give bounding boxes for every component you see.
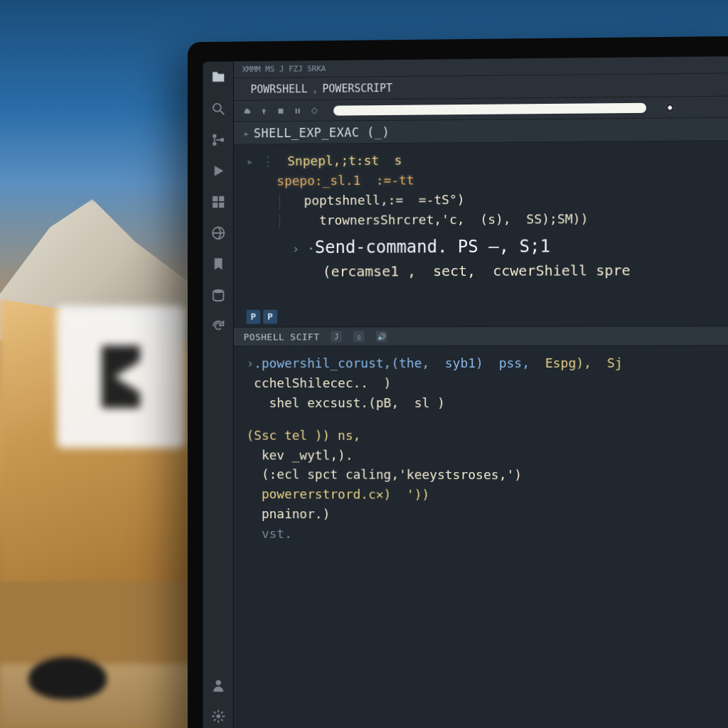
editor-window: XMMM MS J FZJ SRKA POWRSHELL , POWERSCRI…: [203, 56, 728, 728]
svg-rect-6: [219, 196, 224, 201]
diamond-icon[interactable]: [309, 105, 319, 115]
settings-icon[interactable]: [209, 707, 228, 725]
panel-tab-sound-icon[interactable]: 🔊: [376, 331, 387, 342]
search-icon[interactable]: [209, 100, 228, 118]
editor-main: XMMM MS J FZJ SRKA POWRSHELL , POWERSCRI…: [234, 56, 728, 728]
cloud-icon[interactable]: [242, 106, 252, 116]
panel-tab-box[interactable]: ▯: [353, 331, 365, 342]
record-icon[interactable]: [665, 102, 675, 112]
function-signature: SHELL_EXP_EXAC (_): [254, 124, 390, 139]
svg-point-2: [213, 134, 216, 139]
refresh-icon[interactable]: [209, 317, 228, 336]
editor-pane-top[interactable]: ▸ ⋮ Snpepl,;t:st s spepo:_sl.1 :=-tt pop…: [234, 141, 728, 327]
physical-mouse: [28, 657, 107, 700]
svg-rect-8: [219, 203, 224, 208]
desktop-app-icon[interactable]: [57, 306, 185, 448]
explorer-icon[interactable]: [209, 68, 228, 87]
progress-bar[interactable]: [333, 102, 646, 115]
breadcrumb-bar[interactable]: ▸ SHELL_EXP_EXAC (_): [234, 118, 728, 145]
editor-pane-bottom[interactable]: ›.powershil_corust,(the, syb1) pss, Espg…: [234, 346, 728, 728]
svg-rect-7: [213, 203, 218, 208]
svg-point-11: [215, 680, 220, 685]
chevron-right-icon: ▸: [244, 127, 250, 139]
monitor-bezel: XMMM MS J FZJ SRKA POWRSHELL , POWERSCRI…: [188, 36, 728, 728]
extensions-icon[interactable]: [209, 193, 228, 211]
stop-icon[interactable]: [276, 106, 286, 116]
svg-rect-15: [299, 108, 300, 113]
panel-title[interactable]: POSHELL SCIFT: [244, 331, 320, 342]
account-icon[interactable]: [209, 676, 228, 695]
database-icon[interactable]: [209, 286, 228, 304]
badge-p1[interactable]: P: [247, 310, 261, 324]
menu-text: XMMM MS J FZJ SRKA: [242, 64, 326, 74]
svg-point-0: [213, 104, 220, 112]
pause-icon[interactable]: [293, 106, 303, 116]
svg-point-3: [213, 142, 216, 146]
svg-rect-13: [278, 108, 283, 113]
svg-line-1: [220, 111, 223, 115]
tab-powershell[interactable]: POWRSHELL , POWERSCRIPT: [241, 77, 402, 100]
source-control-icon[interactable]: [209, 131, 228, 149]
panel-tab-j[interactable]: J: [331, 331, 342, 342]
pp-badges: P P: [247, 310, 277, 324]
svg-point-4: [220, 138, 223, 142]
up-icon[interactable]: [259, 106, 269, 116]
activity-bar: [203, 61, 234, 728]
svg-rect-14: [296, 108, 297, 113]
svg-point-10: [213, 289, 223, 294]
svg-point-12: [216, 714, 220, 719]
run-debug-icon[interactable]: [209, 161, 228, 180]
badge-p2[interactable]: P: [263, 310, 277, 324]
bookmark-icon[interactable]: [209, 255, 228, 273]
remote-icon[interactable]: [209, 224, 228, 242]
svg-rect-5: [213, 196, 218, 201]
panel-header: POSHELL SCIFT J ▯ 🔊: [234, 326, 728, 346]
